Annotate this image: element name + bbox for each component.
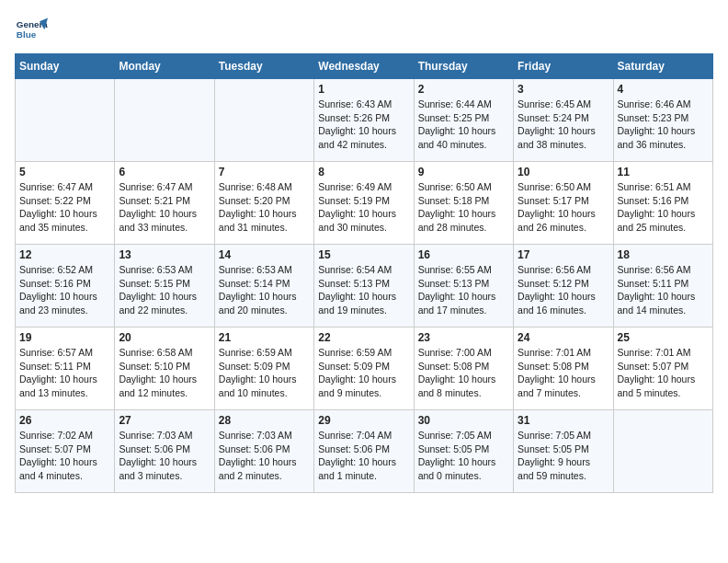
day-number: 2 bbox=[418, 83, 509, 96]
header-monday: Monday bbox=[115, 54, 214, 79]
day-content: Sunrise: 6:52 AM Sunset: 5:16 PM Dayligh… bbox=[19, 263, 110, 317]
calendar-cell: 13Sunrise: 6:53 AM Sunset: 5:15 PM Dayli… bbox=[115, 245, 214, 327]
calendar-header-row: SundayMondayTuesdayWednesdayThursdayFrid… bbox=[16, 54, 713, 79]
day-content: Sunrise: 7:04 AM Sunset: 5:06 PM Dayligh… bbox=[318, 429, 409, 483]
calendar-cell: 20Sunrise: 6:58 AM Sunset: 5:10 PM Dayli… bbox=[115, 327, 214, 410]
day-content: Sunrise: 6:58 AM Sunset: 5:10 PM Dayligh… bbox=[119, 346, 210, 400]
calendar-cell: 9Sunrise: 6:50 AM Sunset: 5:18 PM Daylig… bbox=[414, 162, 513, 245]
day-number: 5 bbox=[19, 166, 110, 178]
calendar-cell: 23Sunrise: 7:00 AM Sunset: 5:08 PM Dayli… bbox=[414, 327, 513, 410]
day-content: Sunrise: 6:59 AM Sunset: 5:09 PM Dayligh… bbox=[318, 346, 409, 400]
day-content: Sunrise: 6:44 AM Sunset: 5:25 PM Dayligh… bbox=[418, 98, 509, 152]
day-content: Sunrise: 6:57 AM Sunset: 5:11 PM Dayligh… bbox=[19, 346, 110, 400]
day-content: Sunrise: 6:59 AM Sunset: 5:09 PM Dayligh… bbox=[219, 346, 310, 400]
logo: General Blue bbox=[15, 15, 51, 48]
header-friday: Friday bbox=[514, 54, 613, 79]
day-number: 25 bbox=[618, 331, 709, 344]
day-content: Sunrise: 6:56 AM Sunset: 5:11 PM Dayligh… bbox=[618, 263, 709, 317]
calendar-cell: 26Sunrise: 7:02 AM Sunset: 5:07 PM Dayli… bbox=[16, 410, 115, 493]
day-number: 1 bbox=[318, 83, 409, 96]
calendar-cell: 5Sunrise: 6:47 AM Sunset: 5:22 PM Daylig… bbox=[16, 162, 115, 245]
header-saturday: Saturday bbox=[613, 54, 712, 79]
day-number: 15 bbox=[318, 248, 409, 261]
day-number: 6 bbox=[119, 166, 210, 178]
calendar-cell: 1Sunrise: 6:43 AM Sunset: 5:26 PM Daylig… bbox=[314, 79, 414, 162]
calendar-week-row: 5Sunrise: 6:47 AM Sunset: 5:22 PM Daylig… bbox=[16, 162, 713, 245]
day-content: Sunrise: 6:54 AM Sunset: 5:13 PM Dayligh… bbox=[318, 263, 409, 317]
calendar-cell: 11Sunrise: 6:51 AM Sunset: 5:16 PM Dayli… bbox=[613, 162, 712, 245]
calendar-cell: 17Sunrise: 6:56 AM Sunset: 5:12 PM Dayli… bbox=[514, 245, 613, 327]
day-number: 30 bbox=[418, 414, 509, 427]
day-number: 28 bbox=[219, 414, 310, 427]
day-content: Sunrise: 6:51 AM Sunset: 5:16 PM Dayligh… bbox=[618, 180, 709, 235]
calendar-cell: 25Sunrise: 7:01 AM Sunset: 5:07 PM Dayli… bbox=[613, 327, 712, 410]
day-number: 26 bbox=[19, 414, 110, 427]
header-sunday: Sunday bbox=[16, 54, 115, 79]
day-content: Sunrise: 6:50 AM Sunset: 5:17 PM Dayligh… bbox=[518, 180, 609, 235]
day-content: Sunrise: 7:05 AM Sunset: 5:05 PM Dayligh… bbox=[518, 429, 609, 483]
calendar-cell bbox=[613, 410, 712, 493]
calendar-cell: 12Sunrise: 6:52 AM Sunset: 5:16 PM Dayli… bbox=[16, 245, 115, 327]
header-thursday: Thursday bbox=[414, 54, 513, 79]
calendar-cell: 7Sunrise: 6:48 AM Sunset: 5:20 PM Daylig… bbox=[214, 162, 313, 245]
calendar-table: SundayMondayTuesdayWednesdayThursdayFrid… bbox=[15, 53, 713, 493]
day-content: Sunrise: 6:56 AM Sunset: 5:12 PM Dayligh… bbox=[518, 263, 609, 317]
calendar-cell: 15Sunrise: 6:54 AM Sunset: 5:13 PM Dayli… bbox=[314, 245, 414, 327]
day-number: 21 bbox=[219, 331, 310, 344]
day-number: 24 bbox=[518, 331, 609, 344]
calendar-cell: 18Sunrise: 6:56 AM Sunset: 5:11 PM Dayli… bbox=[613, 245, 712, 327]
day-number: 31 bbox=[518, 414, 609, 427]
calendar-cell: 8Sunrise: 6:49 AM Sunset: 5:19 PM Daylig… bbox=[314, 162, 414, 245]
calendar-cell bbox=[16, 79, 115, 162]
day-number: 4 bbox=[618, 83, 709, 96]
day-content: Sunrise: 6:49 AM Sunset: 5:19 PM Dayligh… bbox=[318, 180, 409, 235]
day-content: Sunrise: 6:47 AM Sunset: 5:21 PM Dayligh… bbox=[119, 180, 210, 235]
calendar-cell: 6Sunrise: 6:47 AM Sunset: 5:21 PM Daylig… bbox=[115, 162, 214, 245]
calendar-cell: 2Sunrise: 6:44 AM Sunset: 5:25 PM Daylig… bbox=[414, 79, 513, 162]
day-number: 12 bbox=[19, 248, 110, 261]
calendar-cell: 28Sunrise: 7:03 AM Sunset: 5:06 PM Dayli… bbox=[214, 410, 313, 493]
calendar-cell: 29Sunrise: 7:04 AM Sunset: 5:06 PM Dayli… bbox=[314, 410, 414, 493]
logo-icon: General Blue bbox=[15, 15, 48, 48]
calendar-cell: 16Sunrise: 6:55 AM Sunset: 5:13 PM Dayli… bbox=[414, 245, 513, 327]
calendar-week-row: 12Sunrise: 6:52 AM Sunset: 5:16 PM Dayli… bbox=[16, 245, 713, 327]
calendar-cell bbox=[115, 79, 214, 162]
day-number: 11 bbox=[618, 166, 709, 178]
day-number: 8 bbox=[318, 166, 409, 178]
day-content: Sunrise: 6:50 AM Sunset: 5:18 PM Dayligh… bbox=[418, 180, 509, 235]
calendar-cell: 21Sunrise: 6:59 AM Sunset: 5:09 PM Dayli… bbox=[214, 327, 313, 410]
day-number: 20 bbox=[119, 331, 210, 344]
day-content: Sunrise: 7:01 AM Sunset: 5:08 PM Dayligh… bbox=[518, 346, 609, 400]
calendar-cell: 24Sunrise: 7:01 AM Sunset: 5:08 PM Dayli… bbox=[514, 327, 613, 410]
calendar-cell: 3Sunrise: 6:45 AM Sunset: 5:24 PM Daylig… bbox=[514, 79, 613, 162]
day-number: 19 bbox=[19, 331, 110, 344]
day-content: Sunrise: 7:05 AM Sunset: 5:05 PM Dayligh… bbox=[418, 429, 509, 483]
day-number: 29 bbox=[318, 414, 409, 427]
day-number: 17 bbox=[518, 248, 609, 261]
header-wednesday: Wednesday bbox=[314, 54, 414, 79]
calendar-week-row: 1Sunrise: 6:43 AM Sunset: 5:26 PM Daylig… bbox=[16, 79, 713, 162]
day-content: Sunrise: 7:02 AM Sunset: 5:07 PM Dayligh… bbox=[19, 429, 110, 483]
day-number: 9 bbox=[418, 166, 509, 178]
day-content: Sunrise: 6:46 AM Sunset: 5:23 PM Dayligh… bbox=[618, 98, 709, 152]
day-content: Sunrise: 6:48 AM Sunset: 5:20 PM Dayligh… bbox=[219, 180, 310, 235]
calendar-cell: 30Sunrise: 7:05 AM Sunset: 5:05 PM Dayli… bbox=[414, 410, 513, 493]
page-header: General Blue bbox=[15, 15, 713, 48]
day-content: Sunrise: 7:01 AM Sunset: 5:07 PM Dayligh… bbox=[618, 346, 709, 400]
day-number: 7 bbox=[219, 166, 310, 178]
svg-text:Blue: Blue bbox=[17, 29, 37, 40]
day-content: Sunrise: 6:55 AM Sunset: 5:13 PM Dayligh… bbox=[418, 263, 509, 317]
day-content: Sunrise: 6:43 AM Sunset: 5:26 PM Dayligh… bbox=[318, 98, 409, 152]
day-content: Sunrise: 6:47 AM Sunset: 5:22 PM Dayligh… bbox=[19, 180, 110, 235]
day-number: 10 bbox=[518, 166, 609, 178]
day-number: 27 bbox=[119, 414, 210, 427]
day-number: 13 bbox=[119, 248, 210, 261]
calendar-cell: 22Sunrise: 6:59 AM Sunset: 5:09 PM Dayli… bbox=[314, 327, 414, 410]
calendar-cell: 27Sunrise: 7:03 AM Sunset: 5:06 PM Dayli… bbox=[115, 410, 214, 493]
calendar-cell: 10Sunrise: 6:50 AM Sunset: 5:17 PM Dayli… bbox=[514, 162, 613, 245]
day-number: 3 bbox=[518, 83, 609, 96]
calendar-cell bbox=[214, 79, 313, 162]
calendar-cell: 31Sunrise: 7:05 AM Sunset: 5:05 PM Dayli… bbox=[514, 410, 613, 493]
calendar-week-row: 26Sunrise: 7:02 AM Sunset: 5:07 PM Dayli… bbox=[16, 410, 713, 493]
day-number: 16 bbox=[418, 248, 509, 261]
